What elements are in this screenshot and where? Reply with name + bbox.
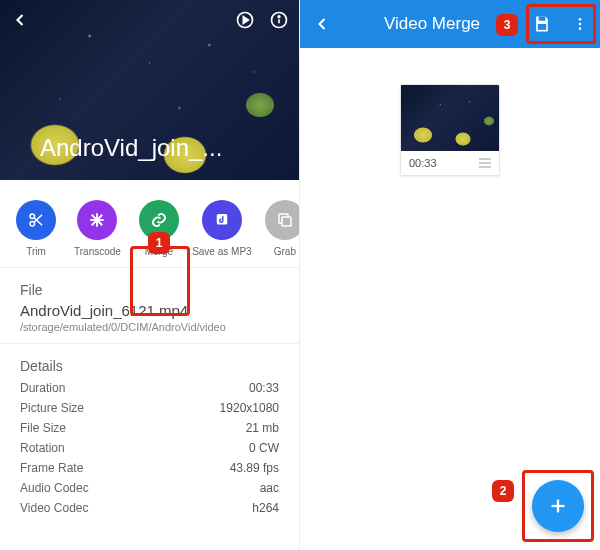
action-label: Transcode xyxy=(74,246,121,257)
clip-duration: 00:33 xyxy=(409,157,437,169)
detail-row: Frame Rate43.89 fps xyxy=(20,458,279,478)
svg-rect-20 xyxy=(479,162,491,164)
svg-rect-19 xyxy=(479,158,491,160)
copy-icon xyxy=(276,211,294,229)
back-icon[interactable] xyxy=(10,10,30,30)
video-title: AndroVid_join_... xyxy=(40,134,222,162)
svg-point-3 xyxy=(278,16,280,18)
video-merge-screen: Video Merge 00:33 3 xyxy=(300,0,600,550)
music-note-icon xyxy=(213,211,231,229)
action-label: Trim xyxy=(26,246,46,257)
svg-rect-13 xyxy=(282,217,291,226)
grab-button[interactable]: Grab xyxy=(265,200,299,257)
video-detail-screen: AndroVid_join_... Trim Transcode Merge S… xyxy=(0,0,300,550)
asterisk-icon xyxy=(88,211,106,229)
details-section: Details Duration00:33 Picture Size1920x1… xyxy=(0,343,299,528)
detail-row: Audio Codecaac xyxy=(20,478,279,498)
callout-1: 1 xyxy=(148,232,170,254)
highlight-save xyxy=(526,4,596,44)
action-label: Save as MP3 xyxy=(192,246,251,257)
details-heading: Details xyxy=(20,358,279,374)
svg-point-5 xyxy=(30,222,35,227)
play-outline-icon[interactable] xyxy=(235,10,255,30)
clip-thumbnail xyxy=(401,85,499,151)
drag-handle-icon[interactable] xyxy=(479,158,491,168)
action-label: Grab xyxy=(274,246,296,257)
scissors-icon xyxy=(27,211,45,229)
svg-point-4 xyxy=(30,214,35,219)
callout-3: 3 xyxy=(496,14,518,36)
save-mp3-button[interactable]: Save as MP3 xyxy=(197,200,247,257)
detail-row: File Size21 mb xyxy=(20,418,279,438)
highlight-merge xyxy=(130,246,190,316)
highlight-add xyxy=(522,470,594,542)
appbar-title: Video Merge xyxy=(346,14,518,34)
clip-list: 00:33 xyxy=(300,48,600,176)
back-icon[interactable] xyxy=(312,14,332,34)
detail-row: Duration00:33 xyxy=(20,378,279,398)
file-path: /storage/emulated/0/DCIM/AndroVid/video xyxy=(20,321,279,333)
detail-row: Video Codech264 xyxy=(20,498,279,518)
transcode-button[interactable]: Transcode xyxy=(74,200,121,257)
clip-card[interactable]: 00:33 xyxy=(400,84,500,176)
svg-rect-21 xyxy=(479,166,491,168)
detail-row: Picture Size1920x1080 xyxy=(20,398,279,418)
trim-button[interactable]: Trim xyxy=(16,200,56,257)
info-icon[interactable] xyxy=(269,10,289,30)
video-hero: AndroVid_join_... xyxy=(0,0,299,180)
detail-row: Rotation0 CW xyxy=(20,438,279,458)
link-icon xyxy=(150,211,168,229)
callout-2: 2 xyxy=(492,480,514,502)
